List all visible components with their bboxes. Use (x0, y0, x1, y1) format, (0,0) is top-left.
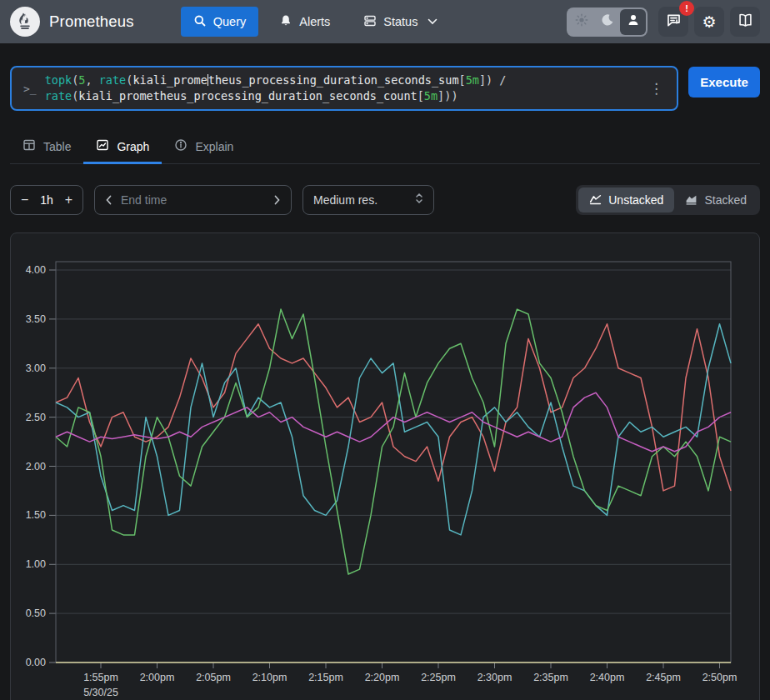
stacked-option[interactable]: Stacked (674, 188, 758, 212)
x-axis-tick-label: 1:55pm (74, 672, 128, 683)
navbar-right: ! ⚙ (567, 7, 760, 37)
x-axis-tick-label: 2:05pm (187, 672, 240, 683)
nav-alerts-button[interactable]: Alerts (267, 7, 342, 37)
y-axis-tick-label: 0.50 (11, 607, 46, 620)
x-axis-tick-label: 2:50pm (693, 672, 747, 683)
navbar: Prometheus Query Alerts (0, 0, 770, 43)
execute-button[interactable]: Execute (688, 67, 760, 98)
end-time-input[interactable] (121, 193, 265, 207)
resolution-select[interactable]: Medium res. (302, 185, 434, 215)
x-axis-tick-label: 2:40pm (581, 672, 634, 683)
gear-icon: ⚙ (702, 12, 716, 31)
info-icon (174, 138, 188, 154)
range-decrease-button[interactable]: − (19, 192, 30, 208)
expression-code[interactable]: topk(5, rate(kiali_prometheus_processing… (45, 72, 644, 104)
time-forward-button[interactable] (272, 193, 282, 207)
tab-graph[interactable]: Graph (83, 131, 162, 163)
y-axis-tick-label: 0.00 (11, 656, 46, 669)
server-icon (363, 14, 377, 30)
expression-input[interactable]: >_ topk(5, rate(kiali_prometheus_process… (10, 66, 678, 111)
area-chart-icon (685, 192, 698, 208)
prometheus-logo-icon (10, 7, 40, 37)
time-back-button[interactable] (103, 193, 114, 207)
bell-icon (279, 14, 292, 30)
chevron-down-icon (428, 18, 438, 25)
x-axis-tick-label: 2:00pm (131, 672, 184, 683)
y-axis-tick-label: 1.50 (11, 508, 46, 522)
theme-dark-option[interactable] (594, 9, 620, 35)
query-row: >_ topk(5, rate(kiali_prometheus_process… (10, 66, 760, 111)
main-nav: Query Alerts Status (181, 7, 451, 37)
y-axis-tick-label: 4.00 (11, 263, 46, 277)
user-icon (627, 13, 640, 30)
sun-icon (575, 13, 588, 30)
graph-icon (96, 138, 109, 154)
tab-explain[interactable]: Explain (162, 131, 246, 163)
x-axis-tick-label: 2:30pm (468, 672, 522, 683)
range-increase-button[interactable]: + (63, 192, 74, 208)
y-axis-tick-label: 2.00 (11, 460, 46, 473)
range-control: − 1h + (10, 185, 83, 215)
chart-plot[interactable] (56, 262, 731, 662)
y-axis-tick-label: 3.50 (11, 312, 46, 326)
notification-badge: ! (679, 1, 694, 16)
x-axis-tick-label: 2:35pm (524, 672, 578, 683)
x-axis-tick-label: 2:45pm (637, 672, 690, 683)
theme-light-option[interactable] (568, 9, 594, 35)
y-axis-tick-label: 2.50 (11, 411, 46, 424)
graph-panel: 4.003.503.002.502.001.501.000.500.001:55… (10, 232, 760, 700)
search-icon (193, 14, 207, 30)
graph-controls: − 1h + Medium res. (10, 185, 760, 215)
x-axis-tick-label: 2:10pm (243, 672, 297, 683)
unstacked-option[interactable]: Unstacked (578, 188, 674, 212)
x-axis-tick-label: 2:15pm (299, 672, 352, 683)
select-caret-icon (415, 192, 423, 208)
settings-button[interactable]: ⚙ (694, 7, 724, 37)
brand[interactable]: Prometheus (10, 7, 134, 37)
chart-series-series-2 (56, 324, 731, 535)
tab-table[interactable]: Table (10, 131, 83, 163)
y-axis-tick-label: 3.00 (11, 362, 46, 375)
message-alert-icon (666, 12, 682, 31)
notifications-button[interactable]: ! (658, 7, 688, 37)
chart-series-series-1 (56, 324, 731, 491)
nav-query-button[interactable]: Query (181, 7, 259, 37)
line-chart-icon (589, 192, 602, 208)
book-icon (738, 12, 753, 31)
result-tabs: Table Graph Explain (10, 131, 760, 164)
app-title: Prometheus (49, 12, 134, 31)
nav-status-button[interactable]: Status (351, 7, 450, 37)
terminal-prompt-icon: >_ (23, 82, 37, 95)
expression-menu-button[interactable]: ⋮ (644, 80, 668, 98)
x-axis-tick-label: 2:25pm (412, 672, 465, 683)
stacking-toggle: Unstacked Stacked (576, 185, 760, 215)
range-value[interactable]: 1h (40, 193, 53, 207)
theme-toggle (567, 8, 648, 37)
x-axis-date-label: 5/30/25 (74, 687, 128, 698)
y-axis-tick-label: 1.00 (11, 558, 46, 571)
x-axis-tick-label: 2:20pm (356, 672, 409, 683)
theme-system-option[interactable] (620, 9, 646, 35)
docs-button[interactable] (730, 7, 760, 37)
table-icon (22, 138, 36, 154)
moon-icon (601, 13, 614, 30)
end-time-control (94, 185, 292, 215)
resolution-value: Medium res. (313, 193, 378, 207)
